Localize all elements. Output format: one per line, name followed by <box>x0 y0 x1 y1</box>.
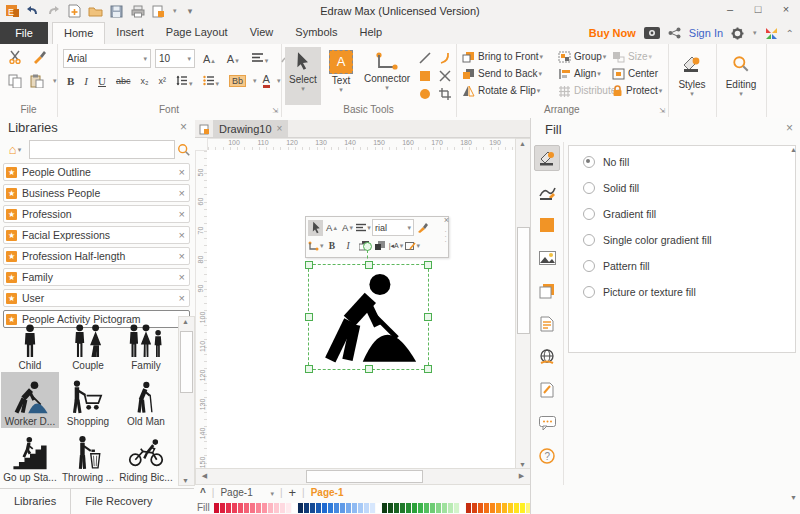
collapse-pages-icon[interactable]: ^ <box>200 487 206 498</box>
minimize-button[interactable]: – <box>716 0 744 21</box>
size-button[interactable]: Size▾ <box>612 48 662 65</box>
document-tab[interactable]: Drawing10 × <box>213 120 288 137</box>
color-swatch[interactable] <box>316 503 321 513</box>
font-color-button[interactable]: A <box>263 74 270 88</box>
color-swatch[interactable] <box>466 503 471 513</box>
close-library-icon[interactable]: × <box>179 271 185 283</box>
color-swatch[interactable] <box>214 503 219 513</box>
mini-bold-button[interactable]: B <box>325 238 340 254</box>
symbol-throwing[interactable]: Throwing ... <box>59 428 117 484</box>
fill-option-gradient-fill[interactable]: Gradient fill <box>583 204 795 224</box>
freehand-tool-icon[interactable] <box>439 70 451 82</box>
copy-icon[interactable] <box>8 74 22 88</box>
tab-help[interactable]: Help <box>348 22 393 44</box>
close-library-icon[interactable]: × <box>179 166 185 178</box>
mini-shrink-font-button[interactable]: A▾ <box>340 220 355 236</box>
font-color-caret-icon[interactable]: ▾ <box>277 77 281 85</box>
color-swatch[interactable] <box>244 503 249 513</box>
shrink-font-button[interactable]: A▾ <box>227 53 239 65</box>
radio-icon[interactable] <box>583 208 595 220</box>
settings-gear-icon[interactable] <box>731 27 744 40</box>
handle-se[interactable] <box>424 365 432 373</box>
color-swatch[interactable] <box>262 503 267 513</box>
mini-font-select[interactable]: rial▾ <box>372 219 414 236</box>
library-item[interactable]: ★ Profession × <box>3 205 190 223</box>
radio-icon[interactable] <box>583 182 595 194</box>
color-swatch[interactable] <box>460 503 465 513</box>
send-to-back-button[interactable]: Send to Back▾ <box>462 65 543 82</box>
library-item[interactable]: ★ Family × <box>3 268 190 286</box>
drawing-canvas[interactable]: A▴ A▾ ▾ rial▾ ▾ B I |◂A▾ ▾ × ··· <box>207 150 515 470</box>
panel-scroll-down-icon[interactable]: ▼ <box>790 494 797 501</box>
close-library-icon[interactable]: × <box>179 292 185 304</box>
italic-button[interactable]: I <box>84 75 88 87</box>
symbol-grid-scrollbar[interactable]: ▲ ▼ <box>178 316 195 486</box>
mini-toolbar-more-icon[interactable]: ··· <box>444 229 447 244</box>
color-swatch[interactable] <box>358 503 363 513</box>
symbol-couple[interactable]: Couple <box>59 316 117 372</box>
arrange-dialog-launcher-icon[interactable]: ⇲ <box>659 107 665 115</box>
close-library-icon[interactable]: × <box>179 250 185 262</box>
color-swatch[interactable] <box>448 503 453 513</box>
scroll-down-icon[interactable]: ▼ <box>179 477 192 484</box>
rotation-handle[interactable] <box>363 242 372 251</box>
color-swatch[interactable] <box>304 503 309 513</box>
fill-tool-icon[interactable] <box>534 145 560 171</box>
handle-e[interactable] <box>424 313 432 321</box>
close-document-icon[interactable]: × <box>277 123 283 135</box>
tab-home[interactable]: Home <box>52 22 105 44</box>
panel-scroll-up-icon[interactable]: ▲ <box>790 146 797 153</box>
symbol-oldman[interactable]: Old Man <box>117 372 175 428</box>
maximize-button[interactable]: □ <box>744 0 772 21</box>
library-item[interactable]: ★ Business People × <box>3 184 190 202</box>
mini-text-position-button[interactable]: |◂A▾ <box>389 238 404 254</box>
color-swatch[interactable] <box>424 503 429 513</box>
screen-capture-icon[interactable] <box>644 27 660 39</box>
worker-digging-shape[interactable] <box>315 270 420 364</box>
symbol-worker[interactable]: Worker D... <box>1 372 59 428</box>
mini-shape-edit-button[interactable]: ▾ <box>405 238 421 254</box>
line-tool-icon[interactable] <box>419 52 431 64</box>
fill-option-picture-or-texture-fill[interactable]: Picture or texture fill <box>583 282 795 302</box>
superscript-button[interactable]: x² <box>158 76 166 86</box>
crop-tool-icon[interactable] <box>439 88 451 100</box>
close-window-button[interactable]: × <box>772 0 800 21</box>
tab-page-layout[interactable]: Page Layout <box>155 22 239 44</box>
picture-icon[interactable] <box>535 246 559 270</box>
color-swatch[interactable] <box>472 503 477 513</box>
tab-file[interactable]: File <box>0 22 48 44</box>
scroll-thumb[interactable] <box>306 470 423 483</box>
hyperlink-globe-icon[interactable] <box>535 345 559 369</box>
color-swatch[interactable] <box>328 503 333 513</box>
color-swatch[interactable] <box>298 503 303 513</box>
tab-symbols[interactable]: Symbols <box>284 22 348 44</box>
scroll-left-icon[interactable]: ◀ <box>198 472 211 480</box>
symbol-family[interactable]: Family <box>117 316 175 372</box>
handle-w[interactable] <box>305 313 313 321</box>
color-swatch[interactable] <box>232 503 237 513</box>
font-size-select[interactable]: 10▾ <box>155 49 195 68</box>
color-swatch[interactable] <box>352 503 357 513</box>
radio-icon[interactable] <box>583 156 595 168</box>
tab-libraries[interactable]: Libraries <box>0 489 71 514</box>
mini-connector-icon[interactable]: ▾ <box>308 238 324 254</box>
color-swatch[interactable] <box>400 503 405 513</box>
cut-icon[interactable] <box>8 50 22 64</box>
mini-align-button[interactable]: ▾ <box>356 220 371 236</box>
color-swatch[interactable] <box>418 503 423 513</box>
text-tool-button[interactable]: A Text ▾ <box>325 47 357 94</box>
color-swatch[interactable] <box>394 503 399 513</box>
text-highlight-button[interactable]: Bb <box>229 75 246 87</box>
handle-ne[interactable] <box>424 261 432 269</box>
search-icon[interactable] <box>177 143 191 157</box>
color-swatch[interactable] <box>364 503 369 513</box>
color-swatch[interactable] <box>274 503 279 513</box>
vertical-scrollbar[interactable]: ▲ ▼ <box>515 138 531 470</box>
rotate-flip-button[interactable]: Rotate & Flip▾ <box>462 82 543 99</box>
text-align-button[interactable]: ▾ <box>251 52 269 65</box>
line-spacing-button[interactable]: ▾ <box>176 75 193 88</box>
color-swatch[interactable] <box>322 503 327 513</box>
library-item[interactable]: ★ People Outline × <box>3 163 190 181</box>
color-swatch[interactable] <box>382 503 387 513</box>
page-properties-icon[interactable] <box>535 312 559 336</box>
